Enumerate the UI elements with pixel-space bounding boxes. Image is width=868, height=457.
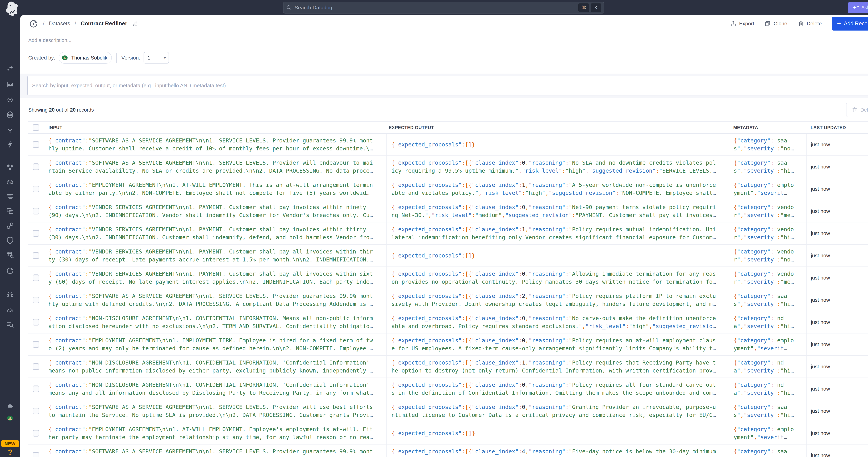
sparkles-icon[interactable] xyxy=(6,64,14,72)
input-cell[interactable]: {"contract":"EMPLOYMENT AGREEMENT\n\n1. … xyxy=(43,422,386,444)
input-cell[interactable]: {"contract":"NON-DISCLOSURE AGREEMENT\n\… xyxy=(43,356,386,378)
metadata-cell[interactable]: {"category":"employment","severit… xyxy=(731,422,806,444)
column-header-input[interactable]: INPUT xyxy=(43,125,386,130)
expected-output-cell[interactable]: {"expected_proposals":[]} xyxy=(386,244,731,266)
input-cell[interactable]: {"contract":"SOFTWARE AS A SERVICE AGREE… xyxy=(43,289,386,311)
ask-bits-button[interactable]: ✦✦ Ask Bits xyxy=(848,2,868,13)
expected-output-cell[interactable]: {"expected_proposals":[{"clause_index":1… xyxy=(386,356,731,378)
input-cell[interactable]: {"contract":"NON-DISCLOSURE AGREEMENT\n\… xyxy=(43,311,386,333)
row-checkbox[interactable] xyxy=(33,252,39,259)
expected-output-cell[interactable]: {"expected_proposals":[{"clause_index":0… xyxy=(386,200,731,222)
input-cell[interactable]: {"contract":"VENDOR SERVICES AGREEMENT\n… xyxy=(43,200,386,222)
row-checkbox[interactable] xyxy=(33,319,39,325)
expected-output-cell[interactable]: {"expected_proposals":[]} xyxy=(386,134,731,156)
input-cell[interactable]: {"contract":"SOFTWARE AS A SERVICE AGREE… xyxy=(43,156,386,178)
help-question-icon[interactable]: ? xyxy=(0,448,20,457)
input-cell[interactable]: {"contract":"VENDOR SERVICES AGREEMENT\n… xyxy=(43,244,386,266)
record-search-input[interactable]: Search by input, expected_output, or met… xyxy=(28,76,865,95)
metadata-cell[interactable]: {"category":"nda","severity":"hi… xyxy=(731,378,806,400)
llm-observability-icon[interactable] xyxy=(29,19,38,28)
datadog-logo[interactable] xyxy=(4,1,21,14)
row-checkbox[interactable] xyxy=(33,452,39,457)
input-cell[interactable]: {"contract":"EMPLOYMENT AGREEMENT\n\n1. … xyxy=(43,178,386,200)
integrations-icon[interactable] xyxy=(6,401,14,409)
row-checkbox[interactable] xyxy=(33,186,39,192)
input-cell[interactable]: {"contract":"VENDOR SERVICES AGREEMENT\n… xyxy=(43,267,386,289)
security-icon[interactable] xyxy=(6,236,14,244)
input-cell[interactable]: {"contract":"SOFTWARE AS A SERVICE AGREE… xyxy=(43,134,386,156)
input-cell[interactable]: {"contract":"SOFTWARE AS A SERVICE AGREE… xyxy=(43,400,386,422)
expected-output-cell[interactable]: {"expected_proposals":[{"clause_index":0… xyxy=(386,378,731,400)
metadata-cell[interactable]: {"category":"vendor","severity":"no… xyxy=(731,244,806,266)
service-management-icon[interactable] xyxy=(6,251,14,259)
metadata-cell[interactable]: {"category":"saas","severity":"no… xyxy=(731,134,806,156)
input-cell[interactable]: {"contract":"EMPLOYMENT AGREEMENT\n\n1. … xyxy=(43,333,386,355)
version-select[interactable]: 1 ▾ xyxy=(144,52,169,64)
expected-output-cell[interactable]: {"expected_proposals":[{"clause_index":1… xyxy=(386,178,731,200)
gauge-icon[interactable] xyxy=(6,306,14,315)
row-checkbox[interactable] xyxy=(33,408,39,414)
metadata-cell[interactable]: {"category":"vendor","severity":"me… xyxy=(731,267,806,289)
infrastructure-icon[interactable] xyxy=(6,163,14,172)
metadata-cell[interactable]: {"category":"vendor","severity":"hi… xyxy=(731,222,806,244)
clone-button[interactable]: Clone xyxy=(764,20,787,27)
metadata-cell[interactable]: {"category":"vendor","severity":"me… xyxy=(731,200,806,222)
metadata-cell[interactable]: {"category":"employment","severit… xyxy=(731,178,806,200)
column-header-metadata[interactable]: METADATA xyxy=(731,125,806,130)
row-checkbox[interactable] xyxy=(33,208,39,215)
expected-output-cell[interactable]: {"expected_proposals":[{"clause_index":0… xyxy=(386,267,731,289)
profiling-icon[interactable] xyxy=(6,321,14,329)
expected-output-cell[interactable]: {"expected_proposals":[{"clause_index":0… xyxy=(386,311,731,333)
metadata-cell[interactable]: {"category":"saas","severity":"me… xyxy=(731,445,806,457)
apm-icon[interactable] xyxy=(6,140,14,149)
column-header-expected-output[interactable]: EXPECTED OUTPUT xyxy=(386,125,731,130)
expected-output-cell[interactable]: {"expected_proposals":[{"clause_index":0… xyxy=(386,156,731,178)
query-syntax-toggle[interactable]: </> xyxy=(865,76,868,95)
software-catalog-icon[interactable] xyxy=(6,111,14,119)
select-all-checkbox[interactable] xyxy=(33,124,39,131)
metadata-cell[interactable]: {"category":"nda","severity":"hi… xyxy=(731,311,806,333)
row-checkbox[interactable] xyxy=(33,341,39,348)
logs-icon[interactable] xyxy=(6,192,14,201)
row-checkbox[interactable] xyxy=(33,141,39,148)
row-checkbox[interactable] xyxy=(33,363,39,370)
expected-output-cell[interactable]: {"expected_proposals":[{"clause_index":0… xyxy=(386,400,731,422)
rum-icon[interactable] xyxy=(6,126,14,134)
expected-output-cell[interactable]: {"expected_proposals":[]} xyxy=(386,422,731,444)
metrics-icon[interactable] xyxy=(6,80,14,89)
row-checkbox[interactable] xyxy=(33,274,39,281)
expected-output-cell[interactable]: {"expected_proposals":[{"clause_index":0… xyxy=(386,333,731,355)
llm-observability-icon[interactable] xyxy=(6,266,14,275)
metadata-cell[interactable]: {"category":"saas","severity":"hi… xyxy=(731,156,806,178)
cloud-cost-icon[interactable]: $ xyxy=(6,178,14,186)
dashboards-icon[interactable] xyxy=(6,207,14,215)
metadata-cell[interactable]: {"category":"saas","severity":"hi… xyxy=(731,289,806,311)
datadog-agent-icon[interactable] xyxy=(6,414,14,422)
metadata-cell[interactable]: {"category":"employment","severit… xyxy=(731,333,806,355)
description-placeholder[interactable]: Add a description... xyxy=(28,37,71,43)
add-records-button[interactable]: + Add Records xyxy=(832,17,868,31)
bulk-delete-button[interactable]: Delete xyxy=(846,103,868,117)
global-search-bar[interactable]: Search Datadog ⌘ K xyxy=(283,2,604,13)
input-cell[interactable]: {"contract":"NON-DISCLOSURE AGREEMENT\n\… xyxy=(43,378,386,400)
edit-title-icon[interactable] xyxy=(132,20,138,27)
expected-output-cell[interactable]: {"expected_proposals":[{"clause_index":4… xyxy=(386,445,731,457)
synthetics-icon[interactable] xyxy=(6,222,14,230)
row-checkbox[interactable] xyxy=(33,297,39,303)
input-cell[interactable]: {"contract":"SOFTWARE AS A SERVICE AGREE… xyxy=(43,445,386,457)
row-checkbox[interactable] xyxy=(33,430,39,436)
input-cell[interactable]: {"contract":"VENDOR SERVICES AGREEMENT\n… xyxy=(43,222,386,244)
metadata-cell[interactable]: {"category":"saas","severity":"hi… xyxy=(731,400,806,422)
row-checkbox[interactable] xyxy=(33,163,39,170)
metadata-cell[interactable]: {"category":"nda","severity":"hi… xyxy=(731,356,806,378)
expected-output-cell[interactable]: {"expected_proposals":[{"clause_index":1… xyxy=(386,222,731,244)
row-checkbox[interactable] xyxy=(33,386,39,392)
delete-button[interactable]: Delete xyxy=(797,20,822,27)
column-header-last-updated[interactable]: LAST UPDATED xyxy=(806,125,868,130)
row-checkbox[interactable] xyxy=(33,230,39,237)
created-by-pill[interactable]: Thomas Sobolik xyxy=(59,52,112,64)
breadcrumb-datasets-link[interactable]: Datasets xyxy=(49,21,70,27)
bug-icon[interactable] xyxy=(6,291,14,299)
expected-output-cell[interactable]: {"expected_proposals":[{"clause_index":2… xyxy=(386,289,731,311)
watchdog-icon[interactable] xyxy=(6,96,14,104)
